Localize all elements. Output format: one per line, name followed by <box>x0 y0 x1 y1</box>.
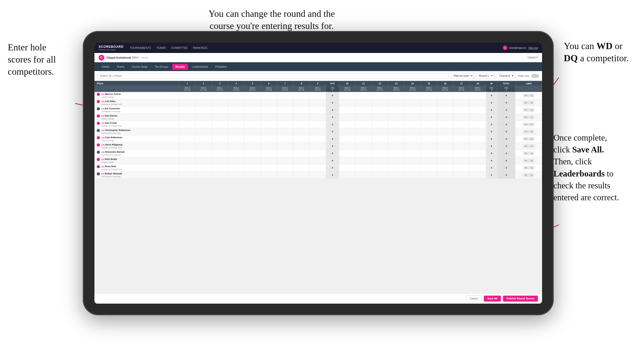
hole-score-input[interactable] <box>394 102 398 104</box>
hole-14-cell-10[interactable] <box>404 164 421 172</box>
hole-8-cell-7[interactable] <box>293 143 309 150</box>
hole-5-cell-1[interactable] <box>244 99 261 106</box>
hole-score-input[interactable] <box>476 130 480 133</box>
hole-score-input[interactable] <box>410 94 415 97</box>
hole-score-input[interactable] <box>361 94 366 97</box>
hole-10-cell-3[interactable] <box>339 114 355 121</box>
hole-score-input[interactable] <box>394 130 398 133</box>
hole-11-cell-1[interactable] <box>356 99 372 106</box>
hole-score-input[interactable] <box>377 174 382 176</box>
hole-16-cell-9[interactable] <box>437 157 453 164</box>
hole-17-cell-6[interactable] <box>453 135 470 143</box>
hole-score-input[interactable] <box>283 138 287 140</box>
hole-16-cell-5[interactable] <box>437 128 453 135</box>
hole-score-input[interactable] <box>250 138 255 140</box>
hole-6-cell-7[interactable] <box>261 143 277 150</box>
hole-score-input[interactable] <box>283 152 287 155</box>
hole-17-cell-4[interactable] <box>453 121 470 128</box>
hole-9-cell-2[interactable] <box>310 106 326 114</box>
hole-15-cell-3[interactable] <box>421 114 437 121</box>
hole-score-input[interactable] <box>315 130 320 133</box>
hole-score-input[interactable] <box>185 102 190 104</box>
hole-score-input[interactable] <box>234 159 239 162</box>
dq-button[interactable]: DQ <box>529 166 534 170</box>
hole-3-cell-4[interactable] <box>212 121 228 128</box>
hole-score-input[interactable] <box>459 174 464 176</box>
hole-16-cell-3[interactable] <box>437 114 453 121</box>
hole-9-cell-11[interactable] <box>310 172 326 179</box>
hole-13-cell-11[interactable] <box>388 172 404 179</box>
wd-button[interactable]: WD <box>523 123 529 126</box>
hole-13-cell-8[interactable] <box>388 150 404 157</box>
hole-score-input[interactable] <box>345 109 350 111</box>
hole-score-input[interactable] <box>361 130 366 133</box>
hole-8-cell-11[interactable] <box>293 172 309 179</box>
hole-4-cell-10[interactable] <box>228 164 244 172</box>
hole-score-input[interactable] <box>267 159 271 162</box>
hole-16-cell-2[interactable] <box>437 106 453 114</box>
hole-score-input[interactable] <box>426 145 431 147</box>
hole-12-cell-9[interactable] <box>372 157 388 164</box>
hole-1-cell-5[interactable] <box>179 128 195 135</box>
hole-1-cell-10[interactable] <box>179 164 195 172</box>
hole-score-input[interactable] <box>476 174 480 176</box>
hole-score-input[interactable] <box>345 167 350 169</box>
wd-button[interactable]: WD <box>523 94 529 97</box>
hole-3-cell-2[interactable] <box>212 106 228 114</box>
hole-score-input[interactable] <box>218 130 222 133</box>
wd-button[interactable]: WD <box>523 173 529 177</box>
hole-score-input[interactable] <box>459 130 464 133</box>
hole-score-input[interactable] <box>218 123 222 126</box>
hole-score-input[interactable] <box>443 152 447 155</box>
hole-score-input[interactable] <box>476 167 480 169</box>
hole-score-input[interactable] <box>476 152 480 155</box>
hole-6-cell-5[interactable] <box>261 128 277 135</box>
hole-16-cell-7[interactable] <box>437 143 453 150</box>
footer-cancel-button[interactable]: Cancel <box>466 295 482 302</box>
hole-6-cell-2[interactable] <box>261 106 277 114</box>
hole-score-input[interactable] <box>443 167 447 169</box>
hole-12-cell-10[interactable] <box>372 164 388 172</box>
hole-6-cell-0[interactable] <box>261 92 277 99</box>
hole-score-input[interactable] <box>299 159 304 162</box>
hole-10-cell-1[interactable] <box>339 99 355 106</box>
hole-score-input[interactable] <box>234 109 239 111</box>
hole-score-input[interactable] <box>299 102 304 104</box>
hole-14-cell-4[interactable] <box>404 121 421 128</box>
hole-score-input[interactable] <box>201 174 206 176</box>
hole-2-cell-11[interactable] <box>195 172 212 179</box>
hole-score-input[interactable] <box>218 138 222 140</box>
hole-15-cell-10[interactable] <box>421 164 437 172</box>
hole-8-cell-0[interactable] <box>293 92 309 99</box>
hole-3-cell-6[interactable] <box>212 135 228 143</box>
hole-score-input[interactable] <box>185 123 190 126</box>
hole-score-input[interactable] <box>426 138 431 140</box>
hole-15-cell-11[interactable] <box>421 172 437 179</box>
hole-3-cell-5[interactable] <box>212 128 228 135</box>
hole-7-cell-8[interactable] <box>277 150 293 157</box>
hole-score-input[interactable] <box>394 94 398 97</box>
hole-12-cell-8[interactable] <box>372 150 388 157</box>
hole-score-input[interactable] <box>476 159 480 162</box>
dq-button[interactable]: DQ <box>529 101 534 104</box>
hole-score-input[interactable] <box>443 174 447 176</box>
hole-score-input[interactable] <box>394 123 398 126</box>
hole-2-cell-3[interactable] <box>195 114 212 121</box>
hole-15-cell-9[interactable] <box>421 157 437 164</box>
hole-3-cell-11[interactable] <box>212 172 228 179</box>
hole-score-input[interactable] <box>315 159 320 162</box>
hole-9-cell-4[interactable] <box>310 121 326 128</box>
hole-10-cell-11[interactable] <box>339 172 355 179</box>
hole-15-cell-8[interactable] <box>421 150 437 157</box>
course-select[interactable]: Course A <box>497 73 515 79</box>
hole-score-input[interactable] <box>201 116 206 118</box>
hole-17-cell-9[interactable] <box>453 157 470 164</box>
hole-5-cell-11[interactable] <box>244 172 261 179</box>
hole-score-input[interactable] <box>283 130 287 133</box>
hole-score-input[interactable] <box>345 152 350 155</box>
hole-score-input[interactable] <box>234 152 239 155</box>
hole-5-cell-9[interactable] <box>244 157 261 164</box>
hole-score-input[interactable] <box>377 152 382 155</box>
hole-score-input[interactable] <box>361 167 366 169</box>
hole-18-cell-1[interactable] <box>470 99 486 106</box>
